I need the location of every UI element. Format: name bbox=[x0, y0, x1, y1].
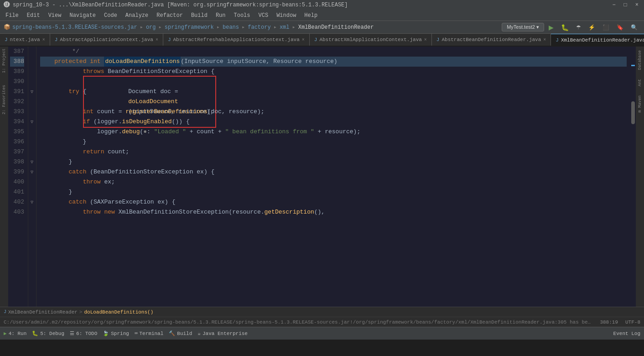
nav-current-file: XmlBeanDefinitionReader bbox=[298, 24, 374, 31]
left-panel-project[interactable]: 1: Project bbox=[2, 48, 6, 73]
search-everywhere-button[interactable]: 🔍 bbox=[628, 23, 640, 32]
title-bar-controls: − □ × bbox=[610, 2, 640, 8]
right-sidebar: Database Ant m Maven bbox=[636, 47, 644, 307]
gutter-390 bbox=[28, 77, 36, 87]
menu-view[interactable]: View bbox=[45, 11, 65, 20]
left-panel-favorites[interactable]: 2: Favorites bbox=[2, 85, 6, 115]
code-line-401: } bbox=[40, 187, 627, 197]
menu-code[interactable]: Code bbox=[100, 11, 121, 20]
terminal-icon: ⌨ bbox=[135, 330, 138, 336]
scrollbar-thumb[interactable] bbox=[631, 101, 635, 124]
tab-close[interactable]: × bbox=[42, 37, 45, 42]
run-config-dropdown[interactable]: MyTest.test2 ▾ bbox=[502, 23, 544, 31]
tab-abstract-refreshable[interactable]: J AbstractRefreshableApplicationContext.… bbox=[163, 34, 310, 46]
run-icon: ▶ bbox=[4, 330, 7, 336]
code-line-393: int count = registerBeanDefinitions (doc… bbox=[40, 107, 627, 117]
line-num-398: 398 bbox=[10, 157, 24, 167]
bottom-spring[interactable]: 🍃 Spring bbox=[103, 330, 129, 336]
left-sidebar: 1: Project 2: Favorites bbox=[0, 47, 8, 307]
breadcrumb-icon: J bbox=[4, 309, 6, 314]
coverage-button[interactable]: ☂ bbox=[573, 23, 584, 32]
bottom-build[interactable]: 🔨 Build bbox=[169, 330, 192, 336]
tab-close[interactable]: × bbox=[156, 37, 158, 42]
kw-int: int bbox=[90, 57, 100, 67]
tab-icon: J bbox=[168, 37, 171, 42]
line-num-390: 390 bbox=[10, 77, 24, 87]
debug-button[interactable]: 🐛 bbox=[558, 22, 571, 32]
minimize-button[interactable]: − bbox=[610, 2, 617, 8]
todo-icon: ☰ bbox=[70, 330, 74, 336]
bottom-event-log[interactable]: Event Log bbox=[613, 331, 640, 336]
bottom-debug[interactable]: 🐛 5: Debug bbox=[32, 330, 64, 336]
menu-build[interactable]: Build bbox=[187, 11, 211, 20]
tab-xml-bean-def-reader[interactable]: J XmlBeanDefinitionReader.java × bbox=[551, 34, 644, 46]
code-line-389: throws BeanDefinitionStoreException { bbox=[40, 67, 627, 77]
tab-close[interactable]: × bbox=[424, 37, 427, 42]
line-num-395: 395 bbox=[10, 127, 24, 137]
tab-close[interactable]: × bbox=[302, 37, 305, 42]
stop-button[interactable]: ⬛ bbox=[600, 23, 612, 32]
bottom-terminal[interactable]: ⌨ Terminal bbox=[135, 330, 163, 336]
menu-analyze[interactable]: Analyze bbox=[122, 11, 152, 20]
gutter-392 bbox=[28, 97, 36, 107]
maximize-button[interactable]: □ bbox=[622, 2, 629, 8]
gutter-399[interactable]: ▽ bbox=[28, 167, 36, 177]
nav-springframework[interactable]: springframework bbox=[165, 24, 214, 31]
bottom-bar: ▶ 4: Run 🐛 5: Debug ☰ 6: TODO 🍃 Spring ⌨… bbox=[0, 327, 644, 340]
nav-org[interactable]: org bbox=[146, 24, 156, 31]
menu-help[interactable]: Help bbox=[301, 11, 321, 20]
nav-xml[interactable]: xml bbox=[280, 24, 290, 31]
nav-factory[interactable]: factory bbox=[248, 24, 270, 31]
tab-abstract-app-context[interactable]: J AbstractApplicationContext.java × bbox=[50, 34, 163, 46]
breadcrumb-class[interactable]: XmlBeanDefinitionReader bbox=[8, 309, 78, 315]
code-text[interactable]: */ protected int doLoadBeanDefinitions (… bbox=[36, 47, 630, 307]
gutter-391[interactable]: ▽ bbox=[28, 87, 36, 97]
line-num-403: 403 bbox=[10, 207, 24, 217]
window-title: spring_10-3 - ...\XmlBeanDefinitionReade… bbox=[13, 2, 348, 8]
right-panel-ant[interactable]: Ant bbox=[638, 77, 642, 88]
gutter-398[interactable]: ▽ bbox=[28, 157, 36, 167]
gutter-402[interactable]: ▽ bbox=[28, 197, 36, 207]
bottom-todo[interactable]: ☰ 6: TODO bbox=[70, 330, 97, 336]
menu-tools[interactable]: Tools bbox=[230, 11, 254, 20]
run-button[interactable]: ▶ bbox=[546, 22, 556, 32]
menu-run[interactable]: Run bbox=[212, 11, 229, 20]
nav-icon: 📦 bbox=[4, 24, 10, 31]
gutter-388 bbox=[28, 57, 36, 67]
right-panel-maven[interactable]: m Maven bbox=[638, 94, 642, 115]
gutter-396 bbox=[28, 137, 36, 147]
menu-window[interactable]: Window bbox=[273, 11, 300, 20]
gutter-393 bbox=[28, 107, 36, 117]
bottom-run[interactable]: ▶ 4: Run bbox=[4, 330, 26, 336]
bottom-java-enterprise[interactable]: ☕ Java Enterprise bbox=[197, 330, 248, 336]
menu-edit[interactable]: Edit bbox=[23, 11, 44, 20]
tab-close[interactable]: × bbox=[543, 37, 546, 42]
menu-navigate[interactable]: Navigate bbox=[66, 11, 99, 20]
build-label: Build bbox=[177, 331, 192, 336]
line-num-391: 391 bbox=[10, 87, 24, 97]
close-button[interactable]: × bbox=[634, 2, 640, 8]
bookmarks-button[interactable]: 🔖 bbox=[614, 23, 626, 32]
breadcrumb-method[interactable]: doLoadBeanDefinitions() bbox=[84, 309, 153, 315]
line-num-393: 393 bbox=[10, 107, 24, 117]
gutter-394[interactable]: ▽ bbox=[28, 117, 36, 127]
menu-file[interactable]: File bbox=[2, 11, 22, 20]
spring-label: Spring bbox=[111, 331, 129, 336]
nav-sources-jar[interactable]: spring-beans-5.1.3.RELEASE-sources.jar bbox=[12, 24, 137, 31]
tab-ntext[interactable]: J ntext.java × bbox=[0, 34, 50, 46]
line-num-389: 389 bbox=[10, 67, 24, 77]
code-line-402: catch (SAXParseException ex) { bbox=[40, 197, 627, 207]
tab-abstract-xml[interactable]: J AbstractXmlApplicationContext.java × bbox=[310, 34, 432, 46]
tab-abstract-bean-def[interactable]: J AbstractBeanDefinitionReader.java × bbox=[432, 34, 551, 46]
breadcrumb-bar: J XmlBeanDefinitionReader > doLoadBeanDe… bbox=[0, 307, 644, 317]
event-log-label: Event Log bbox=[613, 331, 640, 336]
menu-refactor[interactable]: Refactor bbox=[153, 11, 187, 20]
profile-button[interactable]: ⚡ bbox=[586, 23, 598, 32]
scrollbar-area[interactable] bbox=[630, 47, 636, 307]
toolbar-run-area: MyTest.test2 ▾ ▶ 🐛 ☂ ⚡ ⬛ 🔖 🔍 bbox=[502, 22, 640, 32]
right-panel-database[interactable]: Database bbox=[638, 48, 642, 72]
code-line-403: throw new XmlBeanDefinitionStoreExceptio… bbox=[40, 207, 627, 217]
footer-path-text: C:/Users/admin/.m2/repository/org/spring… bbox=[4, 319, 592, 325]
menu-vcs[interactable]: VCS bbox=[255, 11, 272, 20]
nav-beans[interactable]: beans bbox=[223, 24, 239, 31]
